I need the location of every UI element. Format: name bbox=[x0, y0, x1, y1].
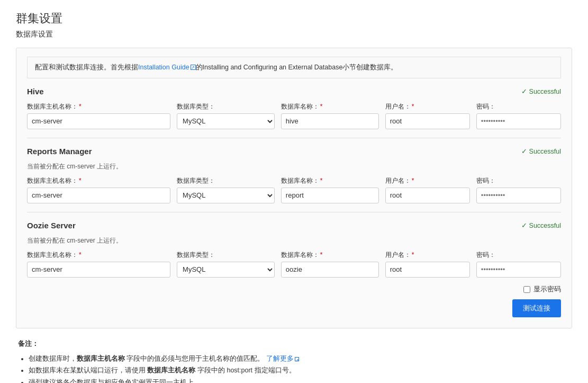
reports-host-input[interactable] bbox=[27, 188, 170, 203]
database-settings-card: 配置和测试数据库连接。首先根据Installation Guide的Instal… bbox=[16, 48, 572, 328]
reports-password-input[interactable] bbox=[476, 188, 561, 203]
hive-password-group: 密码： bbox=[476, 102, 561, 129]
oozie-dbname-input[interactable] bbox=[281, 262, 379, 278]
reports-manager-title: Reports Manager bbox=[27, 147, 92, 156]
learn-more-link[interactable]: 了解更多 bbox=[266, 355, 299, 362]
page-subtitle: 数据库设置 bbox=[16, 30, 572, 39]
divider-2 bbox=[27, 212, 561, 212]
oozie-username-input[interactable] bbox=[385, 262, 470, 278]
hive-dbname-input[interactable] bbox=[281, 113, 379, 129]
oozie-dbtype-select[interactable]: MySQL PostgreSQL Oracle bbox=[177, 262, 275, 278]
oozie-note: 当前被分配在 cm-server 上运行。 bbox=[27, 236, 561, 245]
installation-guide-link[interactable]: Installation Guide bbox=[138, 64, 196, 71]
hive-password-label: 密码： bbox=[476, 102, 561, 111]
hive-password-input[interactable] bbox=[476, 113, 561, 129]
note-1-bold: 数据库主机名称 bbox=[77, 355, 125, 362]
oozie-title: Oozie Server bbox=[27, 221, 76, 230]
hive-host-group: 数据库主机名称：* bbox=[27, 102, 170, 129]
reports-dbname-input[interactable] bbox=[281, 188, 379, 203]
test-connection-row: 测试连接 bbox=[27, 299, 561, 317]
oozie-password-group: 密码： bbox=[476, 251, 561, 278]
reports-manager-section-header: Reports Manager Successful bbox=[27, 147, 561, 156]
hive-dbname-label: 数据库名称：* bbox=[281, 102, 379, 111]
oozie-username-required: * bbox=[412, 251, 414, 259]
page-wrapper: 群集设置 数据库设置 配置和测试数据库连接。首先根据Installation G… bbox=[0, 0, 588, 383]
reports-dbname-group: 数据库名称：* bbox=[281, 176, 379, 203]
reports-dbname-required: * bbox=[320, 177, 323, 184]
oozie-host-group: 数据库主机名称：* bbox=[27, 251, 170, 278]
reports-password-group: 密码： bbox=[476, 176, 561, 203]
oozie-password-label: 密码： bbox=[476, 251, 561, 260]
oozie-form-row: 数据库主机名称：* 数据库类型： MySQL PostgreSQL Oracle bbox=[27, 251, 561, 278]
hive-dbname-required: * bbox=[320, 103, 323, 110]
show-password-row: 显示密码 bbox=[27, 285, 561, 294]
hive-username-input[interactable] bbox=[385, 113, 470, 129]
hive-dbtype-group: 数据库类型： MySQL PostgreSQL Oracle bbox=[177, 102, 275, 129]
notes-title: 备注： bbox=[18, 339, 570, 349]
oozie-status: Successful bbox=[521, 221, 561, 229]
oozie-section: Oozie Server Successful 当前被分配在 cm-server… bbox=[27, 221, 561, 278]
hive-host-input[interactable] bbox=[27, 113, 170, 129]
hive-section: Hive Successful 数据库主机名称：* 数据库类型： MySQL bbox=[27, 87, 561, 129]
reports-manager-note: 当前被分配在 cm-server 上运行。 bbox=[27, 162, 561, 171]
hive-username-label: 用户名：* bbox=[385, 102, 470, 111]
reports-manager-section: Reports Manager Successful 当前被分配在 cm-ser… bbox=[27, 147, 561, 203]
oozie-host-input[interactable] bbox=[27, 262, 170, 278]
reports-password-label: 密码： bbox=[476, 176, 561, 185]
reports-username-group: 用户名：* bbox=[385, 176, 470, 203]
reports-host-required: * bbox=[79, 177, 82, 184]
oozie-username-label: 用户名：* bbox=[385, 251, 470, 260]
reports-dbtype-group: 数据库类型： MySQL PostgreSQL Oracle bbox=[177, 176, 275, 203]
reports-dbname-label: 数据库名称：* bbox=[281, 176, 379, 185]
oozie-password-input[interactable] bbox=[476, 262, 561, 278]
hive-host-label: 数据库主机名称：* bbox=[27, 102, 170, 111]
external-link-icon bbox=[191, 65, 196, 70]
oozie-host-label: 数据库主机名称：* bbox=[27, 251, 170, 260]
hive-host-required: * bbox=[79, 103, 82, 110]
main-content: 群集设置 数据库设置 配置和测试数据库连接。首先根据Installation G… bbox=[0, 0, 588, 383]
notes-section: 备注： 创建数据库时，数据库主机名称 字段中的值必须与您用于主机名称的值匹配。 … bbox=[16, 339, 572, 383]
show-password-checkbox[interactable] bbox=[523, 286, 530, 293]
notes-list: 创建数据库时，数据库主机名称 字段中的值必须与您用于主机名称的值匹配。 了解更多… bbox=[18, 353, 570, 383]
note-item-2: 如数据库未在某默认端口运行，请使用 数据库主机名称 字段中的 host:port… bbox=[29, 364, 570, 377]
oozie-dbtype-label: 数据库类型： bbox=[177, 251, 275, 260]
reports-username-input[interactable] bbox=[385, 188, 470, 203]
divider-1 bbox=[27, 138, 561, 138]
reports-username-required: * bbox=[412, 177, 414, 184]
page-title: 群集设置 bbox=[16, 11, 572, 26]
info-text-prefix: 配置和测试数据库连接。首先根据 bbox=[35, 64, 138, 71]
info-text-middle: 的 bbox=[196, 64, 203, 71]
oozie-dbtype-group: 数据库类型： MySQL PostgreSQL Oracle bbox=[177, 251, 275, 278]
hive-dbname-group: 数据库名称：* bbox=[281, 102, 379, 129]
reports-host-group: 数据库主机名称：* bbox=[27, 176, 170, 203]
info-bar: 配置和测试数据库连接。首先根据Installation Guide的Instal… bbox=[27, 57, 561, 78]
info-text-suffix: Installing and Configuring an External D… bbox=[203, 64, 398, 71]
hive-username-group: 用户名：* bbox=[385, 102, 470, 129]
reports-manager-status: Successful bbox=[521, 147, 561, 155]
test-connection-button[interactable]: 测试连接 bbox=[512, 299, 561, 317]
hive-form-row: 数据库主机名称：* 数据库类型： MySQL PostgreSQL Oracle bbox=[27, 102, 561, 129]
reports-username-label: 用户名：* bbox=[385, 176, 470, 185]
reports-dbtype-select[interactable]: MySQL PostgreSQL Oracle bbox=[177, 188, 275, 203]
oozie-dbname-required: * bbox=[320, 251, 323, 259]
hive-title: Hive bbox=[27, 87, 44, 96]
oozie-dbname-group: 数据库名称：* bbox=[281, 251, 379, 278]
reports-dbtype-label: 数据库类型： bbox=[177, 176, 275, 185]
hive-dbtype-label: 数据库类型： bbox=[177, 102, 275, 111]
oozie-dbname-label: 数据库名称：* bbox=[281, 251, 379, 260]
show-password-label[interactable]: 显示密码 bbox=[533, 285, 561, 294]
hive-dbtype-select[interactable]: MySQL PostgreSQL Oracle bbox=[177, 113, 275, 129]
reports-manager-form-row: 数据库主机名称：* 数据库类型： MySQL PostgreSQL Oracle bbox=[27, 176, 561, 203]
oozie-section-header: Oozie Server Successful bbox=[27, 221, 561, 230]
note-item-1: 创建数据库时，数据库主机名称 字段中的值必须与您用于主机名称的值匹配。 了解更多 bbox=[29, 353, 570, 365]
hive-status: Successful bbox=[521, 87, 561, 95]
note-item-3: 强烈建议将各个数据库与相应角色实例置于同一主机上。 bbox=[29, 377, 570, 383]
reports-host-label: 数据库主机名称：* bbox=[27, 176, 170, 185]
hive-section-header: Hive Successful bbox=[27, 87, 561, 96]
learn-more-ext-icon bbox=[295, 357, 299, 361]
hive-username-required: * bbox=[412, 103, 414, 110]
oozie-host-required: * bbox=[79, 251, 82, 259]
oozie-username-group: 用户名：* bbox=[385, 251, 470, 278]
note-2-bold: 数据库主机名称 bbox=[147, 367, 195, 374]
